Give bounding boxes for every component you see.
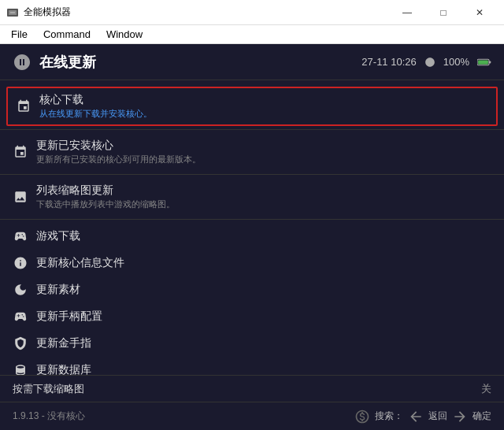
menu-item-update-thumbnails[interactable]: 列表缩略图更新下载选中播放列表中游戏的缩略图。 bbox=[0, 178, 504, 216]
menu-item-update-database[interactable]: 更新数据库 bbox=[0, 357, 504, 375]
app-header-left: 在线更新 bbox=[13, 53, 96, 72]
menu-item-update-cheats[interactable]: 更新金手指 bbox=[0, 330, 504, 357]
app-title: 在线更新 bbox=[39, 53, 96, 72]
menu-icon-update-core-info bbox=[13, 255, 28, 271]
menu-bar: File Command Window bbox=[0, 25, 504, 44]
clock-icon bbox=[424, 57, 435, 68]
menu-title-game-download: 游戏下载 bbox=[36, 229, 491, 243]
minimize-button[interactable]: — bbox=[389, 0, 425, 25]
title-bar-text: 全能模拟器 bbox=[24, 6, 389, 19]
menu-subtitle-core-download: 从在线更新下载并安装核心。 bbox=[39, 108, 488, 120]
menu-command[interactable]: Command bbox=[35, 27, 98, 42]
menu-content-update-cores: 更新已安装核心更新所有已安装的核心到可用的最新版本。 bbox=[36, 139, 491, 165]
menu-item-update-cores[interactable]: 更新已安装核心更新所有已安装的核心到可用的最新版本。 bbox=[0, 133, 504, 171]
menu-title-update-thumbnails: 列表缩略图更新 bbox=[36, 183, 491, 198]
menu-title-core-download: 核心下载 bbox=[39, 93, 488, 107]
status-bar: 1.9.13 - 没有核心 搜索： 返回 确定 bbox=[0, 402, 504, 430]
battery-icon bbox=[477, 57, 491, 68]
menu-item-update-controller[interactable]: 更新手柄配置 bbox=[0, 303, 504, 330]
back-arrow-icon[interactable] bbox=[408, 409, 424, 424]
title-bar: 全能模拟器 — □ ✕ bbox=[0, 0, 504, 25]
menu-icon-core-download bbox=[16, 98, 32, 114]
menu-item-update-core-info[interactable]: 更新核心信息文件 bbox=[0, 250, 504, 276]
svg-rect-2 bbox=[10, 12, 15, 13]
menu-content-update-database: 更新数据库 bbox=[36, 363, 491, 375]
menu-content-update-core-info: 更新核心信息文件 bbox=[36, 256, 491, 270]
app-window: 在线更新 27-11 10:26 100% 核心下载从在线更新下载并安装核心。更… bbox=[0, 44, 504, 430]
menu-icon-update-cheats bbox=[13, 335, 28, 351]
menu-content-update-thumbnails: 列表缩略图更新下载选中播放列表中游戏的缩略图。 bbox=[36, 183, 491, 210]
confirm-label: 确定 bbox=[472, 410, 491, 423]
menu-content-update-controller: 更新手柄配置 bbox=[36, 310, 491, 324]
menu-window[interactable]: Window bbox=[98, 27, 150, 42]
bottom-row-label: 按需下载缩略图 bbox=[13, 382, 84, 396]
menu-content-core-download: 核心下载从在线更新下载并安装核心。 bbox=[39, 93, 488, 120]
menu-subtitle-update-cores: 更新所有已安装的核心到可用的最新版本。 bbox=[36, 154, 491, 165]
menu-item-game-download[interactable]: 游戏下载 bbox=[0, 223, 504, 250]
menu-icon-update-assets bbox=[13, 282, 28, 298]
menu-divider bbox=[0, 219, 504, 220]
settings-icon bbox=[13, 53, 32, 72]
svg-rect-5 bbox=[478, 60, 488, 64]
menu-title-update-core-info: 更新核心信息文件 bbox=[36, 256, 491, 270]
content-area[interactable]: 核心下载从在线更新下载并安装核心。更新已安装核心更新所有已安装的核心到可用的最新… bbox=[0, 80, 504, 375]
menu-content-game-download: 游戏下载 bbox=[36, 229, 491, 243]
menu-divider bbox=[0, 174, 504, 175]
menu-item-update-assets[interactable]: 更新素材 bbox=[0, 276, 504, 303]
app-icon bbox=[6, 6, 19, 19]
bottom-row: 按需下载缩略图 关 bbox=[0, 375, 504, 402]
back-label: 返回 bbox=[428, 410, 447, 423]
menu-file[interactable]: File bbox=[3, 27, 35, 42]
version-label: 1.9.13 - 没有核心 bbox=[13, 410, 85, 423]
menu-title-update-database: 更新数据库 bbox=[36, 363, 491, 375]
menu-icon-game-download bbox=[13, 228, 28, 244]
bottom-close-btn[interactable]: 关 bbox=[481, 382, 491, 396]
title-bar-controls: — □ ✕ bbox=[389, 0, 498, 25]
svg-rect-4 bbox=[489, 61, 491, 63]
bottom-nav: 搜索： 返回 确定 bbox=[354, 409, 491, 424]
menu-icon-update-thumbnails bbox=[13, 189, 28, 205]
menu-icon-update-database bbox=[13, 362, 28, 375]
battery-percent: 100% bbox=[443, 56, 469, 68]
menu-title-update-assets: 更新素材 bbox=[36, 283, 491, 297]
menu-icon-update-cores bbox=[13, 144, 28, 160]
menu-divider bbox=[0, 129, 504, 130]
menu-title-update-controller: 更新手柄配置 bbox=[36, 310, 491, 324]
menu-subtitle-update-thumbnails: 下载选中播放列表中游戏的缩略图。 bbox=[36, 198, 491, 210]
nav-icon-left bbox=[354, 409, 370, 424]
menu-content-update-assets: 更新素材 bbox=[36, 283, 491, 297]
datetime: 27-11 10:26 bbox=[361, 56, 416, 68]
confirm-arrow-icon[interactable] bbox=[452, 409, 468, 424]
menu-content-update-cheats: 更新金手指 bbox=[36, 336, 491, 350]
menu-item-core-download[interactable]: 核心下载从在线更新下载并安装核心。 bbox=[6, 87, 498, 126]
app-header-right: 27-11 10:26 100% bbox=[361, 56, 491, 68]
menu-title-update-cheats: 更新金手指 bbox=[36, 336, 491, 350]
menu-title-update-cores: 更新已安装核心 bbox=[36, 139, 491, 153]
menu-icon-update-controller bbox=[13, 309, 28, 324]
app-header: 在线更新 27-11 10:26 100% bbox=[0, 44, 504, 80]
maximize-button[interactable]: □ bbox=[425, 0, 461, 25]
close-button[interactable]: ✕ bbox=[461, 0, 498, 25]
search-label: 搜索： bbox=[375, 410, 403, 423]
